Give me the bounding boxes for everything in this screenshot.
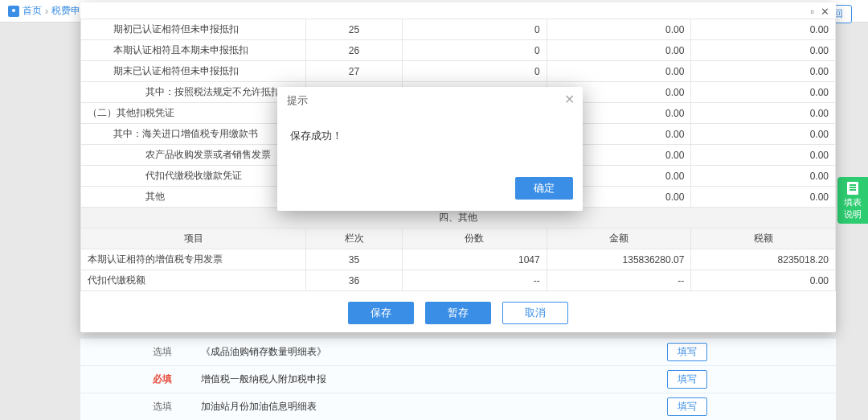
modal-ok-button[interactable]: 确定 [515, 177, 573, 200]
modal-footer: 确定 [277, 171, 583, 211]
modal-body: 保存成功！ [277, 114, 583, 171]
modal-title: 提示 [287, 94, 308, 106]
modal-header: 提示 ✕ [277, 87, 583, 114]
confirm-modal: 提示 ✕ 保存成功！ 确定 [277, 87, 583, 211]
modal-close-icon[interactable]: ✕ [564, 92, 575, 107]
